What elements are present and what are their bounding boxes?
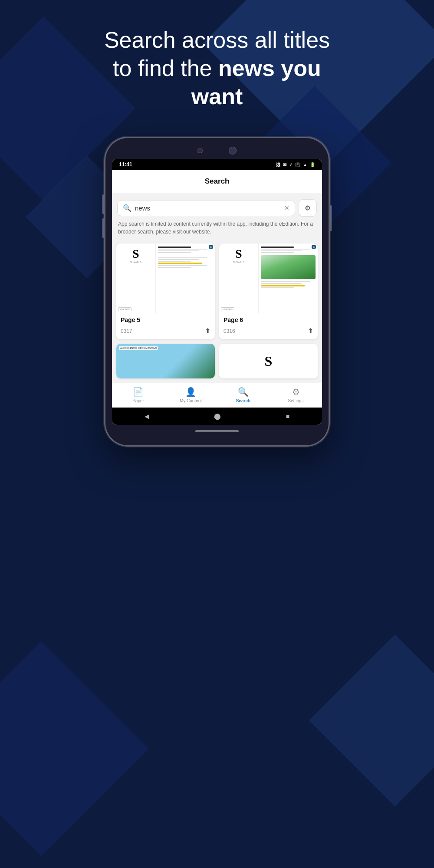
status-bar: 11:41 🖼 ✉ ✓ 📳 ▲ 🔋	[112, 159, 322, 170]
status-icons: 🖼 ✉ ✓ 📳 ▲ 🔋	[276, 162, 315, 167]
android-recent-button[interactable]: ■	[286, 413, 289, 420]
volume-down-button[interactable]	[102, 218, 104, 238]
thumb-sumario-2: SUMÁRIO	[233, 261, 244, 263]
paper-icon: 📄	[133, 387, 144, 397]
android-nav-bar: ◀ ⬤ ■	[112, 408, 322, 425]
nav-item-search[interactable]: 🔍 Search	[217, 387, 270, 403]
partial-s-letter: S	[265, 353, 273, 369]
result-thumbnail-2: S SUMÁRIO	[219, 243, 318, 313]
result-card-page6[interactable]: S SUMÁRIO	[219, 243, 318, 339]
hero-line3: want	[191, 84, 243, 109]
phone-mockup: 11:41 🖼 ✉ ✓ 📳 ▲ 🔋 Search 🔍	[0, 137, 434, 447]
phone-camera	[197, 148, 203, 153]
thumb-badge-2: th	[312, 245, 316, 249]
thumb-sumario-1: SUMÁRIO	[130, 261, 141, 263]
status-time: 11:41	[119, 161, 132, 168]
check-icon: ✓	[289, 162, 293, 167]
result-page-name-1: Page 5	[121, 316, 210, 323]
thumb-left-2: S SUMÁRIO	[219, 243, 259, 313]
thumb-brand-2: VISAPRESS	[221, 307, 234, 311]
android-home-button[interactable]: ⬤	[214, 413, 221, 420]
nav-label-settings: Settings	[288, 398, 303, 403]
result-issue-1: 0317	[121, 328, 132, 334]
vibrate-icon: 📳	[295, 162, 300, 167]
nav-label-mycontent: My Content	[180, 398, 202, 403]
volume-up-button[interactable]	[102, 194, 104, 214]
search-filter-button[interactable]: ⚙	[299, 199, 317, 217]
nav-item-paper[interactable]: 📄 Paper	[112, 387, 164, 403]
results-grid: S SUMÁRIO	[112, 239, 322, 344]
filter-icon: ⚙	[305, 204, 311, 212]
thumb-badge-1: th	[209, 245, 213, 249]
android-back-button[interactable]: ◀	[145, 413, 149, 420]
results-partial: ANCORA ENTRE KIEV E MOSCOVO S	[112, 344, 322, 383]
mycontent-icon: 👤	[185, 387, 196, 397]
bottom-navigation: 📄 Paper 👤 My Content 🔍 Search ⚙ Settings	[112, 383, 322, 408]
hero-section: Search across all titles to find the new…	[0, 0, 434, 128]
nav-item-settings[interactable]: ⚙ Settings	[270, 387, 322, 403]
app-title: Search	[205, 177, 230, 185]
phone-bottom	[112, 430, 322, 432]
phone-speaker	[229, 147, 237, 155]
wifi-icon: ▲	[303, 162, 307, 167]
result-info-1: Page 5 0317 ⬆	[116, 313, 215, 339]
hero-line2: to find the news you	[113, 56, 321, 81]
share-button-1[interactable]: ⬆	[205, 327, 210, 335]
partial-thumb-landscape: ANCORA ENTRE KIEV E MOSCOVO	[116, 344, 215, 378]
phone-home-bar	[195, 430, 239, 432]
result-page-name-2: Page 6	[224, 316, 313, 323]
thumb-brand-1: VISAPRESS	[118, 307, 132, 311]
partial-thumb-page: S	[219, 344, 318, 378]
result-card-page5[interactable]: S SUMÁRIO	[116, 243, 215, 339]
result-thumbnail-1: S SUMÁRIO	[116, 243, 215, 313]
phone-body: 11:41 🖼 ✉ ✓ 📳 ▲ 🔋 Search 🔍	[104, 137, 330, 447]
thumb-letter-1: S	[132, 248, 139, 260]
result-meta-1: 0317 ⬆	[121, 327, 210, 335]
nav-item-mycontent[interactable]: 👤 My Content	[164, 387, 217, 403]
search-box[interactable]: 🔍 news ✕	[117, 200, 295, 216]
result-issue-2: 0316	[224, 328, 235, 334]
search-clear-button[interactable]: ✕	[284, 204, 289, 211]
phone-top-area	[112, 147, 322, 155]
result-card-partial-2[interactable]: S	[219, 344, 318, 378]
result-card-partial-1[interactable]: ANCORA ENTRE KIEV E MOSCOVO	[116, 344, 215, 378]
thumb-right-1: th	[156, 243, 215, 313]
phone-screen: 11:41 🖼 ✉ ✓ 📳 ▲ 🔋 Search 🔍	[112, 159, 322, 425]
power-button[interactable]	[330, 205, 332, 231]
nav-label-search: Search	[236, 398, 250, 403]
search-input-row: 🔍 news ✕ ⚙	[117, 199, 317, 217]
gallery-icon: 🖼	[276, 162, 280, 167]
result-info-2: Page 6 0316 ⬆	[219, 313, 318, 339]
settings-nav-icon: ⚙	[292, 387, 300, 397]
hero-line1: Search across all titles	[104, 27, 330, 53]
result-meta-2: 0316 ⬆	[224, 327, 313, 335]
app-header: Search	[112, 170, 322, 193]
search-query-text[interactable]: news	[135, 204, 281, 212]
share-button-2[interactable]: ⬆	[308, 327, 313, 335]
thumb-right-2: th	[259, 243, 318, 313]
battery-icon: 🔋	[310, 162, 315, 167]
thumb-left-1: S SUMÁRIO	[116, 243, 156, 313]
search-icon: 🔍	[123, 204, 132, 212]
search-nav-icon: 🔍	[238, 387, 249, 397]
search-info-text: App search is limited to content current…	[117, 220, 317, 236]
search-area: 🔍 news ✕ ⚙ App search is limited to cont…	[112, 193, 322, 239]
nav-label-paper: Paper	[132, 398, 144, 403]
thumb-letter-2: S	[235, 248, 242, 260]
mail-icon: ✉	[283, 162, 286, 167]
